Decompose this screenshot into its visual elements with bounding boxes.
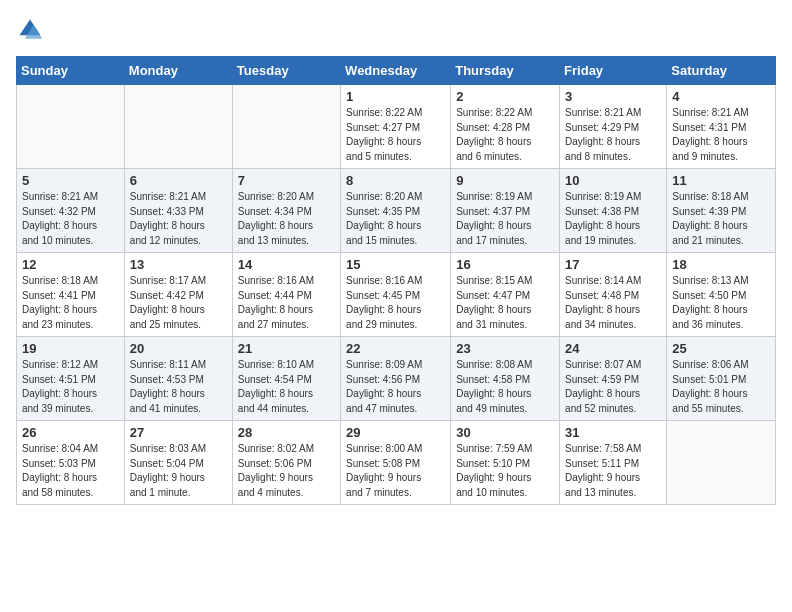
day-info: Sunrise: 8:14 AM Sunset: 4:48 PM Dayligh…: [565, 274, 661, 332]
day-number: 30: [456, 425, 554, 440]
day-number: 21: [238, 341, 335, 356]
calendar-cell: 31Sunrise: 7:58 AM Sunset: 5:11 PM Dayli…: [560, 421, 667, 505]
calendar-header-row: SundayMondayTuesdayWednesdayThursdayFrid…: [17, 57, 776, 85]
day-info: Sunrise: 8:04 AM Sunset: 5:03 PM Dayligh…: [22, 442, 119, 500]
calendar-cell: [17, 85, 125, 169]
day-info: Sunrise: 8:00 AM Sunset: 5:08 PM Dayligh…: [346, 442, 445, 500]
day-info: Sunrise: 8:20 AM Sunset: 4:35 PM Dayligh…: [346, 190, 445, 248]
day-info: Sunrise: 8:18 AM Sunset: 4:41 PM Dayligh…: [22, 274, 119, 332]
day-info: Sunrise: 8:22 AM Sunset: 4:27 PM Dayligh…: [346, 106, 445, 164]
calendar-cell: 18Sunrise: 8:13 AM Sunset: 4:50 PM Dayli…: [667, 253, 776, 337]
calendar-table: SundayMondayTuesdayWednesdayThursdayFrid…: [16, 56, 776, 505]
day-info: Sunrise: 8:18 AM Sunset: 4:39 PM Dayligh…: [672, 190, 770, 248]
day-info: Sunrise: 8:21 AM Sunset: 4:29 PM Dayligh…: [565, 106, 661, 164]
logo-icon: [16, 16, 44, 44]
day-number: 10: [565, 173, 661, 188]
calendar-cell: 5Sunrise: 8:21 AM Sunset: 4:32 PM Daylig…: [17, 169, 125, 253]
calendar-cell: 26Sunrise: 8:04 AM Sunset: 5:03 PM Dayli…: [17, 421, 125, 505]
day-info: Sunrise: 8:12 AM Sunset: 4:51 PM Dayligh…: [22, 358, 119, 416]
day-info: Sunrise: 8:19 AM Sunset: 4:37 PM Dayligh…: [456, 190, 554, 248]
day-number: 16: [456, 257, 554, 272]
day-number: 13: [130, 257, 227, 272]
day-info: Sunrise: 8:02 AM Sunset: 5:06 PM Dayligh…: [238, 442, 335, 500]
col-header-friday: Friday: [560, 57, 667, 85]
day-info: Sunrise: 7:59 AM Sunset: 5:10 PM Dayligh…: [456, 442, 554, 500]
day-number: 28: [238, 425, 335, 440]
calendar-cell: [667, 421, 776, 505]
col-header-sunday: Sunday: [17, 57, 125, 85]
col-header-saturday: Saturday: [667, 57, 776, 85]
day-number: 12: [22, 257, 119, 272]
calendar-cell: 6Sunrise: 8:21 AM Sunset: 4:33 PM Daylig…: [124, 169, 232, 253]
day-number: 25: [672, 341, 770, 356]
day-info: Sunrise: 8:11 AM Sunset: 4:53 PM Dayligh…: [130, 358, 227, 416]
day-number: 4: [672, 89, 770, 104]
col-header-wednesday: Wednesday: [341, 57, 451, 85]
calendar-week-row: 12Sunrise: 8:18 AM Sunset: 4:41 PM Dayli…: [17, 253, 776, 337]
day-info: Sunrise: 8:15 AM Sunset: 4:47 PM Dayligh…: [456, 274, 554, 332]
day-info: Sunrise: 8:16 AM Sunset: 4:45 PM Dayligh…: [346, 274, 445, 332]
calendar-cell: 3Sunrise: 8:21 AM Sunset: 4:29 PM Daylig…: [560, 85, 667, 169]
day-number: 3: [565, 89, 661, 104]
calendar-cell: 2Sunrise: 8:22 AM Sunset: 4:28 PM Daylig…: [451, 85, 560, 169]
calendar-cell: 29Sunrise: 8:00 AM Sunset: 5:08 PM Dayli…: [341, 421, 451, 505]
day-info: Sunrise: 7:58 AM Sunset: 5:11 PM Dayligh…: [565, 442, 661, 500]
calendar-cell: [124, 85, 232, 169]
day-info: Sunrise: 8:21 AM Sunset: 4:33 PM Dayligh…: [130, 190, 227, 248]
day-number: 11: [672, 173, 770, 188]
day-number: 22: [346, 341, 445, 356]
calendar-cell: 17Sunrise: 8:14 AM Sunset: 4:48 PM Dayli…: [560, 253, 667, 337]
day-number: 7: [238, 173, 335, 188]
day-number: 26: [22, 425, 119, 440]
day-number: 27: [130, 425, 227, 440]
calendar-cell: 11Sunrise: 8:18 AM Sunset: 4:39 PM Dayli…: [667, 169, 776, 253]
page-header: [16, 16, 776, 44]
day-info: Sunrise: 8:08 AM Sunset: 4:58 PM Dayligh…: [456, 358, 554, 416]
day-number: 17: [565, 257, 661, 272]
calendar-cell: 25Sunrise: 8:06 AM Sunset: 5:01 PM Dayli…: [667, 337, 776, 421]
calendar-cell: 1Sunrise: 8:22 AM Sunset: 4:27 PM Daylig…: [341, 85, 451, 169]
day-number: 31: [565, 425, 661, 440]
day-number: 14: [238, 257, 335, 272]
day-info: Sunrise: 8:21 AM Sunset: 4:32 PM Dayligh…: [22, 190, 119, 248]
col-header-monday: Monday: [124, 57, 232, 85]
calendar-cell: 20Sunrise: 8:11 AM Sunset: 4:53 PM Dayli…: [124, 337, 232, 421]
calendar-cell: 9Sunrise: 8:19 AM Sunset: 4:37 PM Daylig…: [451, 169, 560, 253]
day-info: Sunrise: 8:03 AM Sunset: 5:04 PM Dayligh…: [130, 442, 227, 500]
day-number: 8: [346, 173, 445, 188]
day-info: Sunrise: 8:10 AM Sunset: 4:54 PM Dayligh…: [238, 358, 335, 416]
calendar-cell: 4Sunrise: 8:21 AM Sunset: 4:31 PM Daylig…: [667, 85, 776, 169]
day-number: 6: [130, 173, 227, 188]
day-number: 19: [22, 341, 119, 356]
day-number: 15: [346, 257, 445, 272]
day-info: Sunrise: 8:13 AM Sunset: 4:50 PM Dayligh…: [672, 274, 770, 332]
day-info: Sunrise: 8:19 AM Sunset: 4:38 PM Dayligh…: [565, 190, 661, 248]
day-info: Sunrise: 8:20 AM Sunset: 4:34 PM Dayligh…: [238, 190, 335, 248]
calendar-cell: 23Sunrise: 8:08 AM Sunset: 4:58 PM Dayli…: [451, 337, 560, 421]
day-info: Sunrise: 8:22 AM Sunset: 4:28 PM Dayligh…: [456, 106, 554, 164]
day-number: 1: [346, 89, 445, 104]
calendar-cell: 15Sunrise: 8:16 AM Sunset: 4:45 PM Dayli…: [341, 253, 451, 337]
day-info: Sunrise: 8:09 AM Sunset: 4:56 PM Dayligh…: [346, 358, 445, 416]
day-number: 18: [672, 257, 770, 272]
calendar-cell: 24Sunrise: 8:07 AM Sunset: 4:59 PM Dayli…: [560, 337, 667, 421]
calendar-cell: 28Sunrise: 8:02 AM Sunset: 5:06 PM Dayli…: [232, 421, 340, 505]
calendar-week-row: 5Sunrise: 8:21 AM Sunset: 4:32 PM Daylig…: [17, 169, 776, 253]
day-number: 29: [346, 425, 445, 440]
calendar-cell: 14Sunrise: 8:16 AM Sunset: 4:44 PM Dayli…: [232, 253, 340, 337]
day-number: 5: [22, 173, 119, 188]
day-info: Sunrise: 8:17 AM Sunset: 4:42 PM Dayligh…: [130, 274, 227, 332]
col-header-tuesday: Tuesday: [232, 57, 340, 85]
calendar-week-row: 26Sunrise: 8:04 AM Sunset: 5:03 PM Dayli…: [17, 421, 776, 505]
day-info: Sunrise: 8:21 AM Sunset: 4:31 PM Dayligh…: [672, 106, 770, 164]
calendar-cell: 7Sunrise: 8:20 AM Sunset: 4:34 PM Daylig…: [232, 169, 340, 253]
calendar-cell: 10Sunrise: 8:19 AM Sunset: 4:38 PM Dayli…: [560, 169, 667, 253]
day-info: Sunrise: 8:07 AM Sunset: 4:59 PM Dayligh…: [565, 358, 661, 416]
calendar-cell: 8Sunrise: 8:20 AM Sunset: 4:35 PM Daylig…: [341, 169, 451, 253]
day-number: 20: [130, 341, 227, 356]
calendar-cell: 27Sunrise: 8:03 AM Sunset: 5:04 PM Dayli…: [124, 421, 232, 505]
calendar-week-row: 19Sunrise: 8:12 AM Sunset: 4:51 PM Dayli…: [17, 337, 776, 421]
calendar-week-row: 1Sunrise: 8:22 AM Sunset: 4:27 PM Daylig…: [17, 85, 776, 169]
calendar-cell: 21Sunrise: 8:10 AM Sunset: 4:54 PM Dayli…: [232, 337, 340, 421]
calendar-cell: 19Sunrise: 8:12 AM Sunset: 4:51 PM Dayli…: [17, 337, 125, 421]
